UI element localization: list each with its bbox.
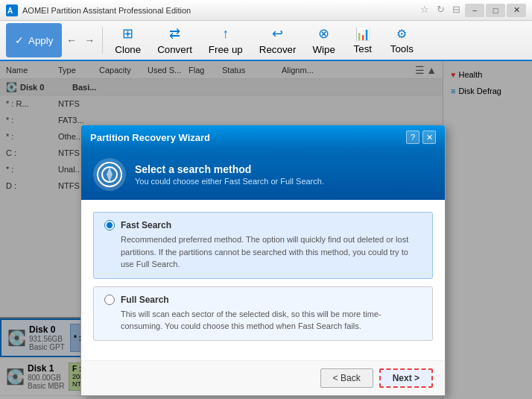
freeup-button[interactable]: ↑ Free up: [201, 23, 250, 57]
fast-search-option[interactable]: Fast Search Recommended preferred method…: [93, 212, 433, 279]
toolbar-separator-1: [102, 27, 103, 54]
tools-label: Tools: [390, 43, 414, 54]
wipe-button[interactable]: ⊗ Wipe: [305, 23, 342, 57]
clone-label: Clone: [115, 44, 141, 55]
fast-search-label: Fast Search: [121, 220, 171, 230]
star-icon[interactable]: ☆: [417, 4, 432, 17]
modal-footer: < Back Next >: [81, 360, 445, 395]
full-search-radio[interactable]: [104, 295, 115, 305]
test-icon: 📊: [355, 27, 370, 41]
window-title: AOMEI Partition Assistant Professional E…: [22, 6, 417, 15]
apply-button[interactable]: ✓ Apply: [6, 23, 62, 57]
modal-title-bar: Partition Recovery Wizard ? ✕: [81, 125, 445, 149]
toolbar: ✓ Apply ← → ⊞ Clone ⇄ Convert ↑ Free up …: [0, 21, 532, 61]
svg-text:A: A: [7, 7, 13, 15]
refresh-icon[interactable]: ↻: [434, 4, 448, 17]
recover-icon: ↩: [272, 25, 283, 42]
apply-check-icon: ✓: [15, 34, 24, 46]
modal-header-section: Select a search method You could choose …: [81, 149, 445, 200]
full-search-row: Full Search: [104, 295, 422, 305]
main-area: Name Type Capacity Used S... Flag Status…: [0, 61, 532, 399]
tools-button[interactable]: ⚙ Tools: [383, 23, 421, 57]
convert-button[interactable]: ⇄ Convert: [150, 23, 200, 57]
back-button[interactable]: < Back: [320, 368, 373, 388]
fast-search-radio[interactable]: [104, 220, 115, 230]
full-search-desc: This will scan each sector of the select…: [104, 308, 422, 333]
wipe-icon: ⊗: [318, 25, 329, 42]
maximize-button[interactable]: □: [486, 4, 505, 17]
undo-redo-group: ← →: [63, 33, 98, 48]
full-search-label: Full Search: [121, 295, 169, 305]
freeup-label: Free up: [209, 44, 243, 55]
convert-label: Convert: [157, 44, 192, 55]
full-search-option[interactable]: Full Search This will scan each sector o…: [93, 286, 433, 341]
modal-title: Partition Recovery Wizard: [90, 132, 210, 143]
modal-header-icon: [93, 158, 126, 191]
modal-help-button[interactable]: ?: [406, 131, 419, 144]
convert-icon: ⇄: [169, 25, 180, 42]
modal-header-text: Select a search method You could choose …: [135, 163, 324, 186]
redo-button[interactable]: →: [81, 33, 98, 48]
tools-icon: ⚙: [396, 27, 407, 41]
fast-search-desc: Recommended preferred method. The option…: [104, 233, 422, 271]
recover-label: Recover: [259, 44, 297, 55]
modal-body: Fast Search Recommended preferred method…: [81, 200, 445, 360]
minmax-icon[interactable]: ⊟: [449, 4, 463, 17]
window-controls: ☆ ↻ ⊟ − □ ✕: [417, 4, 526, 17]
clone-button[interactable]: ⊞ Clone: [107, 23, 148, 57]
modal-header-subtitle: You could choose either Fast Search or F…: [135, 177, 324, 186]
wipe-label: Wipe: [312, 44, 335, 55]
modal-controls: ? ✕: [406, 131, 436, 144]
modal-close-button[interactable]: ✕: [422, 131, 436, 144]
test-button[interactable]: 📊 Test: [344, 23, 381, 57]
test-label: Test: [354, 43, 372, 54]
next-button[interactable]: Next >: [379, 368, 433, 388]
recover-button[interactable]: ↩ Recover: [252, 23, 304, 57]
fast-search-row: Fast Search: [104, 220, 422, 230]
close-button[interactable]: ✕: [507, 4, 526, 17]
clone-icon: ⊞: [122, 25, 133, 42]
minimize-button[interactable]: −: [465, 4, 484, 17]
modal-header-title: Select a search method: [135, 163, 324, 175]
freeup-icon: ↑: [222, 26, 229, 42]
apply-label: Apply: [28, 35, 53, 46]
title-bar: A AOMEI Partition Assistant Professional…: [0, 0, 532, 21]
app-icon: A: [6, 4, 18, 16]
undo-button[interactable]: ←: [63, 33, 80, 48]
partition-recovery-modal: Partition Recovery Wizard ? ✕ Select a s…: [80, 125, 446, 396]
